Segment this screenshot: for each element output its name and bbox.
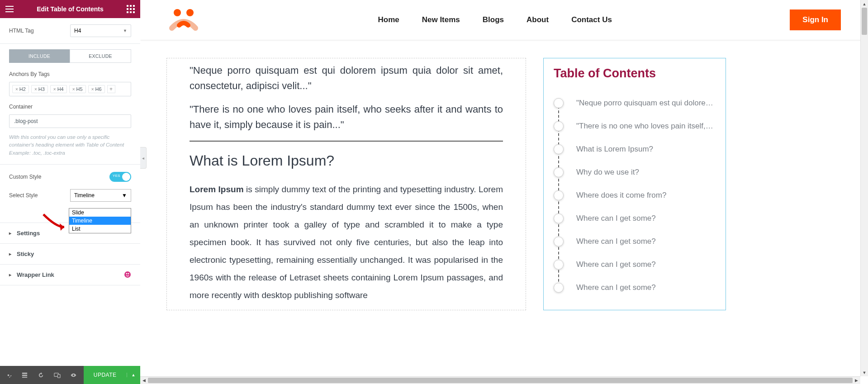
- svg-rect-0: [5, 6, 14, 7]
- svg-point-14: [128, 273, 129, 275]
- tab-exclude[interactable]: EXCLUDE: [70, 49, 131, 63]
- tag-h4[interactable]: ×H4: [50, 85, 67, 93]
- quote-2: "There is no one who loves pain itself, …: [190, 102, 503, 133]
- toc-dot: [554, 167, 564, 177]
- scrollbar-thumb[interactable]: [862, 8, 867, 35]
- toc-dot: [554, 260, 564, 270]
- toc-dot: [554, 237, 564, 247]
- apps-grid-icon[interactable]: [126, 4, 136, 14]
- select-style-select[interactable]: Timeline ▼: [70, 189, 131, 202]
- svg-rect-15: [22, 372, 27, 374]
- svg-rect-4: [130, 5, 132, 7]
- panel-title: Edit Table of Contents: [37, 5, 104, 13]
- collapse-sidebar-handle[interactable]: ◂: [140, 147, 147, 169]
- horizontal-scrollbar[interactable]: ◀ ▶: [140, 376, 860, 384]
- svg-point-20: [174, 9, 181, 16]
- toc-link[interactable]: Why do we use it?: [576, 168, 639, 177]
- preview-icon[interactable]: [65, 366, 81, 384]
- vertical-scrollbar[interactable]: ▲ ▼: [860, 0, 868, 376]
- tag-h3[interactable]: ×H3: [31, 85, 48, 93]
- scroll-left-icon[interactable]: ◀: [140, 377, 148, 384]
- toc-link[interactable]: Where can I get some?: [576, 214, 656, 223]
- svg-rect-10: [130, 11, 132, 13]
- scroll-up-icon[interactable]: ▲: [861, 0, 868, 8]
- signin-button[interactable]: Sign In: [790, 9, 841, 30]
- container-input[interactable]: .blog-post: [9, 114, 131, 128]
- settings-icon[interactable]: [0, 366, 16, 384]
- include-exclude-tabs: INCLUDE EXCLUDE: [0, 44, 140, 68]
- svg-rect-9: [127, 11, 128, 13]
- navigator-icon[interactable]: [16, 366, 33, 384]
- nav-contact[interactable]: Contact Us: [571, 15, 612, 24]
- nav-about[interactable]: About: [526, 15, 549, 24]
- quote-1: "Neque porro quisquam est qui dolorem ip…: [190, 63, 503, 94]
- scrollbar-thumb[interactable]: [148, 378, 853, 383]
- toc-dot: [554, 283, 564, 293]
- toc-link[interactable]: What is Lorem Ipsum?: [576, 145, 653, 154]
- toc-dot: [554, 144, 564, 154]
- toc-title: Table of Contents: [554, 66, 715, 81]
- heading-what-is: What is Lorem Ipsum?: [190, 152, 503, 169]
- preview-canvas: Home New Items Blogs About Contact Us Si…: [140, 0, 868, 384]
- accordion-sticky[interactable]: ▸Sticky: [0, 244, 140, 265]
- panel-header: Edit Table of Contents: [0, 0, 140, 18]
- svg-rect-1: [5, 9, 14, 9]
- accordion-wrapper-link[interactable]: ▸Wrapper Link: [0, 265, 140, 285]
- option-timeline[interactable]: Timeline: [69, 217, 131, 225]
- toggle-knob: [122, 173, 130, 181]
- toc-link[interactable]: "There is no one who loves pain itself, …: [576, 122, 715, 131]
- nav-home[interactable]: Home: [378, 15, 399, 24]
- select-style-label: Select Style: [9, 192, 38, 199]
- toc-dot: [554, 213, 564, 223]
- add-tag-button[interactable]: +: [107, 85, 115, 93]
- anchors-label: Anchors By Tags: [0, 68, 140, 82]
- history-icon[interactable]: [33, 366, 49, 384]
- toc-link[interactable]: Where does it come from?: [576, 191, 666, 200]
- update-dropdown-caret[interactable]: ▲: [127, 373, 140, 377]
- toc-widget[interactable]: Table of Contents "Neque porro quisquam …: [543, 58, 726, 310]
- update-button[interactable]: UPDATE: [84, 372, 127, 378]
- post-section: "Neque porro quisquam est qui dolorem ip…: [166, 58, 526, 310]
- scroll-down-icon[interactable]: ▼: [861, 369, 868, 376]
- main-nav: Home New Items Blogs About Contact Us: [378, 15, 612, 24]
- svg-rect-3: [127, 5, 128, 7]
- scroll-right-icon[interactable]: ▶: [853, 377, 860, 384]
- toc-dot: [554, 121, 564, 131]
- tag-h6[interactable]: ×H6: [88, 85, 105, 93]
- svg-rect-16: [22, 375, 27, 376]
- nav-blogs[interactable]: Blogs: [483, 15, 504, 24]
- option-slide[interactable]: Slide: [69, 209, 131, 217]
- svg-rect-8: [133, 8, 135, 10]
- svg-rect-17: [22, 377, 27, 378]
- toc-link[interactable]: Where can I get some?: [576, 283, 656, 292]
- toc-link[interactable]: "Neque porro quisquam est qui dolorem i.…: [576, 99, 715, 108]
- editor-sidebar: Edit Table of Contents HTML Tag H4 ▼ INC…: [0, 0, 140, 384]
- html-tag-select[interactable]: H4 ▼: [70, 24, 131, 37]
- hamburger-icon[interactable]: [5, 4, 14, 14]
- select-style-dropdown: Slide Timeline List: [69, 208, 131, 233]
- svg-point-21: [186, 9, 194, 16]
- html-tag-label: HTML Tag: [9, 28, 34, 34]
- custom-style-toggle[interactable]: YES: [109, 172, 131, 182]
- toc-list: "Neque porro quisquam est qui dolorem i.…: [554, 91, 715, 299]
- toc-dot: [554, 190, 564, 200]
- divider: [190, 141, 503, 142]
- option-list[interactable]: List: [69, 225, 131, 233]
- svg-rect-19: [57, 374, 60, 378]
- panel-footer: UPDATE ▲: [0, 366, 140, 384]
- update-button-group: UPDATE ▲: [84, 366, 140, 384]
- tag-h2[interactable]: ×H2: [12, 85, 29, 93]
- container-help: With this control you can use only a spe…: [0, 132, 140, 164]
- tag-h5[interactable]: ×H5: [69, 85, 86, 93]
- site-header: Home New Items Blogs About Contact Us Si…: [140, 0, 868, 40]
- toc-dot: [554, 98, 564, 108]
- caret-down-icon: ▼: [123, 28, 127, 33]
- anchors-tags-input[interactable]: ×H2 ×H3 ×H4 ×H5 ×H6 +: [9, 82, 131, 96]
- toc-link[interactable]: Where can I get some?: [576, 237, 656, 246]
- toc-link[interactable]: Where can I get some?: [576, 260, 656, 269]
- svg-point-12: [124, 271, 131, 278]
- site-logo[interactable]: [167, 7, 200, 33]
- responsive-icon[interactable]: [49, 366, 65, 384]
- nav-new-items[interactable]: New Items: [422, 15, 460, 24]
- tab-include[interactable]: INCLUDE: [9, 49, 70, 63]
